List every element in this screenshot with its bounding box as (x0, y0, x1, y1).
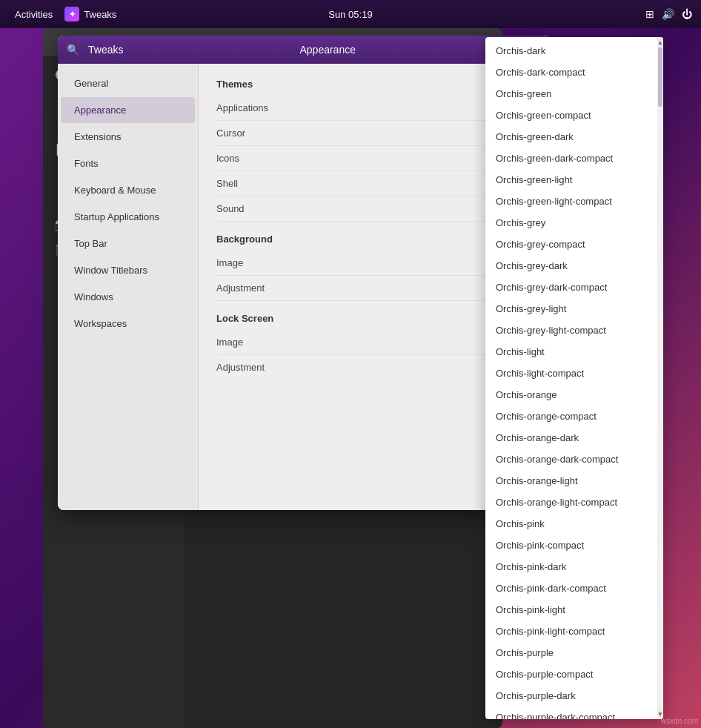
dropdown-item-22[interactable]: Orchis-pink (485, 513, 657, 535)
dropdown-item-0[interactable]: Orchis-dark (485, 40, 657, 62)
dropdown-item-20[interactable]: Orchis-orange-light (485, 470, 657, 492)
dropdown-list: Orchis-darkOrchis-dark-compactOrchis-gre… (485, 37, 657, 719)
dropdown-item-5[interactable]: Orchis-green-dark-compact (485, 148, 657, 169)
scroll-up-arrow[interactable]: ▲ (657, 37, 663, 47)
sidebar-item-window-titlebars[interactable]: Window Titlebars (61, 257, 195, 283)
tweaks-page-title: Appearance (132, 44, 523, 56)
dropdown-item-19[interactable]: Orchis-orange-dark-compact (485, 449, 657, 470)
dropdown-item-29[interactable]: Orchis-purple-compact (485, 664, 657, 685)
search-button[interactable]: 🔍 (67, 44, 79, 56)
scrollbar-thumb[interactable] (658, 47, 662, 107)
dropdown-item-16[interactable]: Orchis-orange (485, 384, 657, 406)
dropdown-item-9[interactable]: Orchis-grey-compact (485, 234, 657, 255)
dropdown-item-8[interactable]: Orchis-grey (485, 212, 657, 234)
dropdown-item-17[interactable]: Orchis-orange-compact (485, 406, 657, 427)
dropdown-item-13[interactable]: Orchis-grey-light-compact (485, 320, 657, 341)
power-icon[interactable]: ⏻ (682, 8, 692, 20)
dropdown-item-2[interactable]: Orchis-green (485, 83, 657, 105)
sidebar-item-startup[interactable]: Startup Applications (61, 204, 195, 230)
dropdown-item-23[interactable]: Orchis-pink-compact (485, 535, 657, 556)
dropdown-item-31[interactable]: Orchis-purple-dark-compact (485, 707, 657, 719)
theme-dropdown[interactable]: Orchis-darkOrchis-dark-compactOrchis-gre… (485, 37, 663, 719)
dropdown-item-24[interactable]: Orchis-pink-dark (485, 556, 657, 578)
watermark: wsxdn.com (661, 717, 698, 725)
top-bar-controls: ⊞ 🔊 ⏻ (645, 8, 692, 20)
dropdown-item-3[interactable]: Orchis-green-compact (485, 105, 657, 126)
dropdown-item-4[interactable]: Orchis-green-dark (485, 126, 657, 148)
app-name-label: ✦ Tweaks (64, 7, 116, 21)
activities-button[interactable]: Activities (9, 6, 59, 23)
tweaks-title: Tweaks (88, 44, 123, 56)
tw-titlebar: 🔍 Tweaks Appearance ✕ (58, 36, 551, 64)
dropdown-item-28[interactable]: Orchis-purple (485, 642, 657, 664)
tweaks-window: 🔍 Tweaks Appearance ✕ General Appearance… (58, 36, 551, 510)
dropdown-item-30[interactable]: Orchis-purple-dark (485, 685, 657, 707)
dropdown-item-25[interactable]: Orchis-pink-dark-compact (485, 578, 657, 599)
network-icon[interactable]: ⊞ (645, 8, 654, 20)
top-bar-clock: Sun 05:19 (328, 9, 372, 20)
dropdown-item-18[interactable]: Orchis-orange-dark (485, 427, 657, 449)
sidebar-item-keyboard-mouse[interactable]: Keyboard & Mouse (61, 177, 195, 203)
sidebar-item-fonts[interactable]: Fonts (61, 150, 195, 176)
top-bar: Activities ✦ Tweaks Sun 05:19 ⊞ 🔊 ⏻ (0, 0, 701, 28)
dropdown-scrollbar[interactable]: ▲ ▼ (657, 37, 663, 719)
dropdown-item-6[interactable]: Orchis-green-light (485, 169, 657, 191)
sidebar-item-windows[interactable]: Windows (61, 284, 195, 310)
volume-icon[interactable]: 🔊 (662, 8, 674, 20)
dropdown-item-12[interactable]: Orchis-grey-light (485, 298, 657, 320)
app-icon: ✦ (64, 7, 79, 21)
tw-sidebar: General Appearance Extensions Fonts Keyb… (58, 64, 199, 510)
dropdown-item-10[interactable]: Orchis-grey-dark (485, 255, 657, 277)
sidebar-item-top-bar[interactable]: Top Bar (61, 231, 195, 257)
sidebar-item-workspaces[interactable]: Workspaces (61, 311, 195, 337)
sidebar-item-general[interactable]: General (61, 70, 195, 96)
dropdown-item-15[interactable]: Orchis-light-compact (485, 363, 657, 384)
dropdown-item-26[interactable]: Orchis-pink-light (485, 599, 657, 621)
dropdown-item-11[interactable]: Orchis-grey-dark-compact (485, 277, 657, 298)
sidebar-item-extensions[interactable]: Extensions (61, 124, 195, 150)
dropdown-item-21[interactable]: Orchis-orange-light-compact (485, 492, 657, 513)
sidebar-item-appearance[interactable]: Appearance (61, 97, 195, 123)
dropdown-item-7[interactable]: Orchis-green-light-compact (485, 191, 657, 212)
dropdown-item-14[interactable]: Orchis-light (485, 341, 657, 363)
dropdown-item-1[interactable]: Orchis-dark-compact (485, 62, 657, 83)
dropdown-item-27[interactable]: Orchis-pink-light-compact (485, 621, 657, 642)
